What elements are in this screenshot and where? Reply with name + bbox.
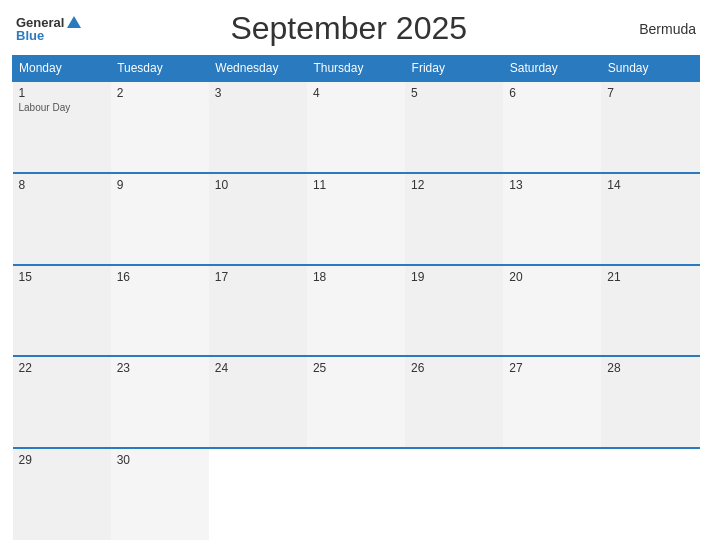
day-cell: 14: [601, 173, 699, 265]
day-number: 21: [607, 270, 693, 284]
day-cell: [601, 448, 699, 540]
day-number: 4: [313, 86, 399, 100]
header-friday: Friday: [405, 56, 503, 82]
day-cell: 3: [209, 81, 307, 173]
logo: General Blue: [16, 16, 81, 42]
day-number: 23: [117, 361, 203, 375]
day-number: 26: [411, 361, 497, 375]
day-cell: [503, 448, 601, 540]
weekday-header-row: Monday Tuesday Wednesday Thursday Friday…: [13, 56, 700, 82]
week-row-3: 15161718192021: [13, 265, 700, 357]
day-cell: 21: [601, 265, 699, 357]
day-number: 6: [509, 86, 595, 100]
week-row-2: 891011121314: [13, 173, 700, 265]
header-tuesday: Tuesday: [111, 56, 209, 82]
day-number: 27: [509, 361, 595, 375]
day-number: 28: [607, 361, 693, 375]
region-label: Bermuda: [616, 21, 696, 37]
day-number: 12: [411, 178, 497, 192]
week-row-5: 2930: [13, 448, 700, 540]
header: General Blue September 2025 Bermuda: [12, 10, 700, 47]
day-number: 22: [19, 361, 105, 375]
day-cell: 16: [111, 265, 209, 357]
day-cell: 15: [13, 265, 111, 357]
day-number: 16: [117, 270, 203, 284]
calendar-table: Monday Tuesday Wednesday Thursday Friday…: [12, 55, 700, 540]
day-number: 1: [19, 86, 105, 100]
day-number: 15: [19, 270, 105, 284]
day-cell: 24: [209, 356, 307, 448]
day-cell: 17: [209, 265, 307, 357]
header-wednesday: Wednesday: [209, 56, 307, 82]
day-cell: 25: [307, 356, 405, 448]
day-cell: 29: [13, 448, 111, 540]
day-cell: [209, 448, 307, 540]
day-number: 7: [607, 86, 693, 100]
day-cell: 19: [405, 265, 503, 357]
day-cell: 13: [503, 173, 601, 265]
header-sunday: Sunday: [601, 56, 699, 82]
day-number: 13: [509, 178, 595, 192]
day-cell: 8: [13, 173, 111, 265]
day-cell: 22: [13, 356, 111, 448]
day-cell: 23: [111, 356, 209, 448]
day-cell: 28: [601, 356, 699, 448]
day-number: 11: [313, 178, 399, 192]
day-cell: 1Labour Day: [13, 81, 111, 173]
day-cell: 27: [503, 356, 601, 448]
day-cell: 2: [111, 81, 209, 173]
day-number: 10: [215, 178, 301, 192]
week-row-1: 1Labour Day234567: [13, 81, 700, 173]
day-number: 17: [215, 270, 301, 284]
day-number: 29: [19, 453, 105, 467]
day-cell: 30: [111, 448, 209, 540]
day-cell: 18: [307, 265, 405, 357]
header-thursday: Thursday: [307, 56, 405, 82]
day-cell: 4: [307, 81, 405, 173]
day-cell: 7: [601, 81, 699, 173]
logo-triangle-icon: [67, 16, 81, 28]
logo-general-text: General: [16, 16, 64, 29]
day-number: 24: [215, 361, 301, 375]
day-cell: 20: [503, 265, 601, 357]
day-number: 5: [411, 86, 497, 100]
day-number: 19: [411, 270, 497, 284]
day-cell: 6: [503, 81, 601, 173]
calendar-container: General Blue September 2025 Bermuda Mond…: [0, 0, 712, 550]
day-number: 30: [117, 453, 203, 467]
day-number: 20: [509, 270, 595, 284]
holiday-label: Labour Day: [19, 102, 105, 113]
calendar-title: September 2025: [81, 10, 616, 47]
header-monday: Monday: [13, 56, 111, 82]
day-cell: 12: [405, 173, 503, 265]
day-number: 3: [215, 86, 301, 100]
day-number: 18: [313, 270, 399, 284]
day-cell: 26: [405, 356, 503, 448]
day-cell: 9: [111, 173, 209, 265]
day-cell: [307, 448, 405, 540]
day-number: 9: [117, 178, 203, 192]
day-number: 2: [117, 86, 203, 100]
day-number: 25: [313, 361, 399, 375]
day-number: 8: [19, 178, 105, 192]
day-number: 14: [607, 178, 693, 192]
week-row-4: 22232425262728: [13, 356, 700, 448]
day-cell: 10: [209, 173, 307, 265]
day-cell: 5: [405, 81, 503, 173]
day-cell: [405, 448, 503, 540]
logo-blue-text: Blue: [16, 29, 44, 42]
day-cell: 11: [307, 173, 405, 265]
header-saturday: Saturday: [503, 56, 601, 82]
